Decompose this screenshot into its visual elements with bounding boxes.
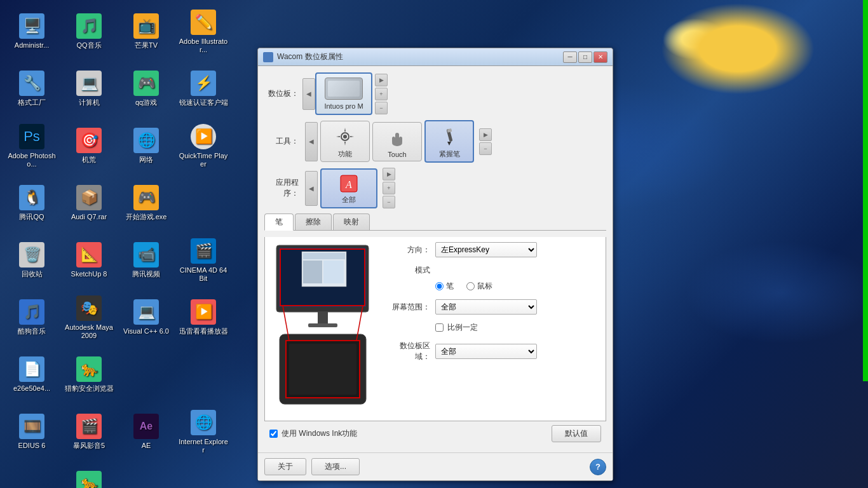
desktop-icon-qq[interactable]: 🐧 腾讯QQ: [3, 175, 60, 232]
options-button[interactable]: 选项...: [311, 458, 360, 475]
tab-pen[interactable]: 笔: [264, 214, 294, 231]
app-card[interactable]: A 全部: [320, 168, 377, 208]
proportion-checkbox[interactable]: [435, 323, 444, 332]
desktop-icon-sketchup[interactable]: 📐 SketchUp 8: [60, 232, 118, 289]
desktop-icon-startgame[interactable]: 🎮 开始游戏.exe: [118, 175, 175, 232]
tool-card-touch[interactable]: Touch: [372, 122, 422, 161]
proportion-row: 比例一定: [388, 322, 600, 333]
tab-mapping[interactable]: 映射: [333, 214, 370, 230]
screen-range-label: 屏幕范围：: [388, 302, 435, 313]
desktop-icon-vcpp[interactable]: 💻 Visual C++ 6.0: [118, 289, 175, 346]
device-remove-button[interactable]: −: [375, 102, 388, 114]
wacom-icon: [263, 52, 273, 62]
device-next-button[interactable]: ▶: [375, 74, 388, 86]
tab-eraser[interactable]: 擦除: [295, 214, 332, 230]
restore-button[interactable]: □: [578, 51, 592, 63]
tool-card-function[interactable]: 功能: [320, 121, 370, 162]
help-button[interactable]: ?: [590, 459, 606, 475]
default-button[interactable]: 默认值: [552, 425, 601, 442]
desktop-icon-leopard[interactable]: 🐆 猎豹安全浏览器: [60, 346, 118, 403]
device-add-button[interactable]: +: [375, 88, 388, 100]
radio-mouse-input[interactable]: [466, 282, 475, 290]
svg-rect-21: [308, 323, 337, 327]
desktop-icon-ie[interactable]: 🌐 Internet Explorer: [175, 403, 232, 461]
tool-next-button[interactable]: ▶: [479, 128, 492, 141]
desktop-icon-ae[interactable]: Ae AE: [118, 403, 175, 461]
radio-pen[interactable]: 笔: [435, 281, 454, 292]
screen-range-row: 屏幕范围： 全部: [388, 299, 600, 315]
app-row-label: 应用程序：: [264, 177, 302, 199]
app-remove-button[interactable]: −: [383, 196, 395, 208]
tool-label-function: 功能: [338, 149, 352, 159]
direction-select[interactable]: 左ExpressKey: [435, 242, 537, 257]
desktop-icon-illustrator[interactable]: ✏️ Adobe Illustrator...: [175, 3, 232, 60]
app-next-button[interactable]: ▶: [383, 168, 395, 180]
desktop-icon-edius[interactable]: 🎞️ EDIUS 6: [3, 403, 60, 461]
desktop-icon-jichang[interactable]: 🎯 机荒: [60, 118, 118, 175]
tablet-area-select[interactable]: 全部: [435, 344, 537, 359]
desktop-icon-quicktime[interactable]: ▶️ QuickTime Player: [175, 118, 232, 175]
desktop-icon-cinema4d[interactable]: 🎬 CINEMA 4D 64 Bit: [175, 232, 232, 289]
desktop-icon-computer[interactable]: 💻 计算机: [60, 60, 118, 118]
desktop-icons-container: 🖥️ Administr... 🎵 QQ音乐 📺 芒果TV ✏️ Adobe I…: [0, 0, 248, 488]
desktop-icon-qqmusic[interactable]: 🎵 QQ音乐: [60, 3, 118, 60]
desktop-icon-baofeng[interactable]: 🎬 暴风影音5: [60, 403, 118, 461]
desktop-icon-speedcert[interactable]: ⚡ 锐速认证客户端: [175, 60, 232, 118]
svg-rect-17: [303, 261, 322, 283]
desktop-icon-xunlei-view[interactable]: ▶️ 迅雷看看播放器: [175, 289, 232, 346]
app-name: 全部: [342, 195, 356, 205]
minimize-button[interactable]: ─: [563, 51, 577, 63]
svg-rect-18: [323, 261, 344, 283]
dialog-titlebar: Wacom 数位板属性 ─ □ ✕: [258, 48, 613, 66]
desktop-icon-recycle[interactable]: 🗑️ 回收站: [3, 232, 60, 289]
device-icon: [325, 78, 363, 100]
dialog-title: Wacom 数位板属性: [263, 51, 563, 62]
ink-label: 使用 Windows Ink功能: [281, 428, 357, 439]
radio-group: 笔 鼠标: [388, 281, 600, 292]
desktop-icon-admin[interactable]: 🖥️ Administr...: [3, 3, 60, 60]
close-button[interactable]: ✕: [593, 51, 607, 63]
about-button[interactable]: 关于: [264, 458, 306, 475]
desktop-icon-mangotv[interactable]: 📺 芒果TV: [118, 3, 175, 60]
device-card[interactable]: Intuos pro M: [315, 72, 372, 115]
tab-content: 方向： 左ExpressKey 模式 笔: [264, 237, 606, 421]
tool-more-button[interactable]: −: [479, 142, 492, 155]
svg-rect-20: [318, 312, 328, 325]
ink-checkbox-area: 使用 Windows Ink功能: [269, 428, 357, 439]
monitor-area: [270, 242, 375, 416]
monitor-illustration: [270, 242, 375, 414]
desktop-icon-geshi[interactable]: 🔧 格式工厂: [3, 60, 60, 118]
right-edge-indicator: [863, 0, 868, 381]
desktop-icon-autodesk[interactable]: 🎭 Autodesk Maya 2009: [60, 289, 118, 346]
desktop-icon-network[interactable]: 🌐 网络: [118, 118, 175, 175]
direction-setting-row: 方向： 左ExpressKey: [388, 242, 600, 257]
dialog-controls: ─ □ ✕: [563, 51, 607, 63]
app-row: 应用程序： ◀ A 全部 ▶ + −: [264, 168, 606, 208]
settings-area: 方向： 左ExpressKey 模式 笔: [388, 242, 600, 416]
radio-mouse-label: 鼠标: [477, 281, 492, 292]
desktop-icon-kugomusic[interactable]: 🎵 酷狗音乐: [3, 289, 60, 346]
desktop-icon-e2[interactable]: 📄 e26e50e4...: [3, 346, 60, 403]
app-add-button[interactable]: +: [383, 182, 395, 194]
desktop-icon-audi[interactable]: 📦 Audi Q7.rar: [60, 175, 118, 232]
tool-row-label: 工具：: [264, 136, 302, 147]
device-name: Intuos pro M: [324, 102, 363, 110]
svg-rect-8: [447, 128, 452, 133]
screen-range-select[interactable]: 全部: [435, 299, 537, 315]
footer-left-buttons: 关于 选项...: [264, 458, 360, 475]
radio-mouse[interactable]: 鼠标: [466, 281, 492, 292]
desktop-icon-tencentvideo[interactable]: 📹 腾讯视频: [118, 232, 175, 289]
ink-checkbox[interactable]: [269, 430, 278, 438]
device-prev-button[interactable]: ◀: [302, 78, 315, 110]
svg-rect-3: [395, 133, 399, 142]
tool-card-pen[interactable]: 紧握笔: [424, 120, 474, 163]
tabs-bar: 笔 擦除 映射: [264, 214, 606, 231]
radio-pen-input[interactable]: [435, 282, 444, 290]
app-prev-button[interactable]: ◀: [305, 171, 318, 206]
tool-prev-button[interactable]: ◀: [305, 122, 318, 161]
desktop-icon-leopard-chase[interactable]: 🐆 猎豹追剧: [60, 461, 118, 488]
proportion-label: 比例一定: [447, 322, 478, 333]
desktop-icon-qqgame[interactable]: 🎮 qq游戏: [118, 60, 175, 118]
desktop-icon-photoshop[interactable]: Ps Adobe Photosho...: [3, 118, 60, 175]
mode-label: 模式: [388, 265, 435, 276]
